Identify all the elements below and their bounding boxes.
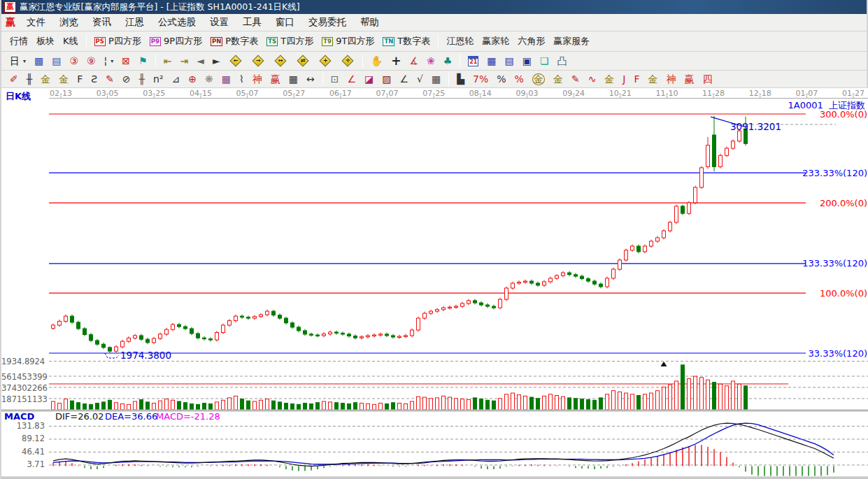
- menu-item-10[interactable]: 帮助: [353, 15, 386, 30]
- n2-tool[interactable]: n²: [149, 72, 168, 87]
- hand-tool-icon[interactable]: ✋: [367, 54, 387, 69]
- si-angle-tool-icon: 四: [703, 74, 713, 85]
- menu-item-3[interactable]: 资讯: [85, 15, 118, 30]
- shen-tool[interactable]: 神: [248, 72, 266, 87]
- prev-bar-button[interactable]: ◄: [192, 54, 208, 69]
- mini-chart-3-icon[interactable]: ③: [65, 54, 83, 69]
- t9-square-button[interactable]: T99T四方形: [318, 33, 378, 50]
- gann-swap-button[interactable]: ⇄: [292, 53, 314, 69]
- p-square-button[interactable]: PSP四方形: [90, 33, 145, 50]
- zoom-window-icon[interactable]: ▩: [30, 54, 48, 69]
- spiral-tool[interactable]: Ƨ: [87, 72, 101, 87]
- circle-cross-tool[interactable]: ⊘: [118, 72, 135, 87]
- winner-wheel-button[interactable]: 赢家轮: [478, 33, 513, 50]
- p-number-button[interactable]: PNP数字表: [206, 33, 262, 50]
- gold-line-tool[interactable]: 金: [549, 72, 567, 87]
- si-angle-tool[interactable]: 四: [699, 72, 717, 87]
- volume-bar: [90, 404, 93, 410]
- menu-item-8[interactable]: 窗口: [269, 15, 301, 30]
- period-select-button[interactable]: 日▾: [6, 54, 30, 69]
- measure-tool-icon[interactable]: ❀: [422, 54, 439, 69]
- hexagon-button[interactable]: 六角形: [513, 33, 549, 50]
- gann-right-button[interactable]: →: [247, 53, 269, 69]
- check-curve-tool[interactable]: √: [413, 72, 427, 87]
- web-tool[interactable]: ❋: [201, 72, 218, 87]
- angle-tool-icon[interactable]: ∡: [405, 54, 422, 69]
- grid-123-tool[interactable]: ▦: [285, 72, 302, 87]
- percent7-tool[interactable]: 7%: [469, 72, 492, 87]
- ying-tool[interactable]: 赢: [266, 72, 285, 87]
- fan-box-tool[interactable]: ◪: [360, 72, 378, 87]
- ying-angle-tool[interactable]: 赢: [681, 72, 699, 87]
- delete-tool-icon[interactable]: ⊠: [118, 54, 134, 69]
- menu-item-9[interactable]: 交易委托: [301, 15, 353, 30]
- j-angle-tool[interactable]: J: [618, 72, 629, 87]
- volume-bar: [159, 401, 162, 410]
- first-bar-button[interactable]: ⇤: [159, 54, 176, 69]
- p9-square-button[interactable]: P99P四方形: [145, 33, 206, 50]
- candle-style-button[interactable]: ¦▾: [100, 54, 118, 69]
- next-bar-button[interactable]: ►: [208, 54, 225, 69]
- dense-grid-tool[interactable]: ▨: [378, 72, 395, 87]
- percent-line-tool[interactable]: %: [511, 72, 528, 87]
- fan-lines-tool[interactable]: ∠: [343, 72, 361, 87]
- rail-tool[interactable]: ╫: [135, 72, 149, 87]
- gold-angle-tool[interactable]: 金: [600, 72, 618, 87]
- pencil-line-tool[interactable]: ✐: [6, 72, 22, 87]
- save-icon[interactable]: ▣: [518, 54, 536, 69]
- winner-service-button[interactable]: 赢家服务: [549, 33, 594, 50]
- gann-star-button[interactable]: ✛: [336, 53, 359, 69]
- percent-tool[interactable]: %: [492, 72, 510, 87]
- f-grid-tool[interactable]: F: [73, 72, 87, 87]
- volume-bar: [738, 384, 741, 410]
- grid-web-tool[interactable]: ▦: [218, 72, 235, 87]
- copy-page-icon[interactable]: ▤: [48, 54, 65, 69]
- t-number-button[interactable]: TNT数字表: [378, 33, 434, 50]
- gann-cross-button[interactable]: +: [314, 53, 336, 69]
- gann-wheel-button[interactable]: 江恩轮: [442, 33, 478, 50]
- print-icon[interactable]: 凸: [553, 54, 571, 69]
- target-tool[interactable]: ⊕: [184, 72, 201, 87]
- box-select-tool[interactable]: ⊡: [327, 72, 343, 87]
- pencil-bars-tool[interactable]: ✎: [567, 72, 584, 87]
- gann-lr-button[interactable]: ↔: [269, 53, 292, 69]
- notes-icon[interactable]: ▤: [500, 54, 518, 69]
- color-flag-icon[interactable]: ⚑: [134, 54, 152, 69]
- square-grid-tool[interactable]: ▦: [427, 72, 445, 87]
- angle-line-tool[interactable]: ∠: [396, 72, 413, 87]
- menu-item-4[interactable]: 江恩: [118, 15, 151, 30]
- gold-circle-tool[interactable]: 金: [528, 71, 549, 87]
- pattern-tool-icon[interactable]: ♣: [439, 54, 457, 69]
- gann-gold-square-tool[interactable]: 金: [36, 72, 55, 87]
- grid-lines-tool[interactable]: ╫: [22, 72, 36, 87]
- quotes-button[interactable]: 行情: [6, 33, 32, 50]
- menu-item-6[interactable]: 设置: [203, 15, 236, 30]
- kline-button[interactable]: K线: [59, 33, 83, 50]
- wave-tool[interactable]: ∿: [584, 72, 601, 87]
- h-range-tool[interactable]: ↔: [302, 72, 319, 87]
- gann-gold-square2-tool[interactable]: 金: [55, 72, 73, 87]
- shen-angle-tool[interactable]: 神: [662, 72, 681, 87]
- angle-pencil-tool[interactable]: ⊿: [168, 72, 185, 87]
- calendar-button[interactable]: 21: [464, 54, 483, 69]
- pencil-tool[interactable]: ✎: [101, 72, 118, 87]
- last-bar-button[interactable]: ⇥: [176, 54, 192, 69]
- candlestick: [675, 206, 678, 222]
- mini-chart-9-icon[interactable]: ⑨: [83, 54, 100, 69]
- check-curve-tool-icon: √: [417, 74, 423, 85]
- menu-item-5[interactable]: 公式选股: [151, 15, 203, 30]
- f-angle-tool[interactable]: F: [630, 72, 644, 87]
- menu-item-1[interactable]: 文件: [20, 15, 52, 30]
- sectors-button[interactable]: 板块: [32, 33, 59, 50]
- t-square-button[interactable]: TST四方形: [262, 33, 318, 50]
- crosshair-tool-icon[interactable]: +: [387, 54, 405, 69]
- gann-left-button[interactable]: ←: [225, 53, 247, 69]
- calculator-icon[interactable]: ▦: [483, 54, 500, 69]
- price-bars-tool[interactable]: ▙: [453, 72, 469, 87]
- menu-item-7[interactable]: 工具: [236, 15, 269, 30]
- menu-item-2[interactable]: 浏览: [52, 15, 85, 30]
- export-image-icon[interactable]: ❏: [536, 54, 553, 69]
- gold-angle2-tool[interactable]: 金: [644, 72, 662, 87]
- marks-tool[interactable]: ⌇: [235, 72, 248, 87]
- chart-area: 日K线 1A0001 上证指数 1934.8924 561453399 3743…: [1, 88, 868, 479]
